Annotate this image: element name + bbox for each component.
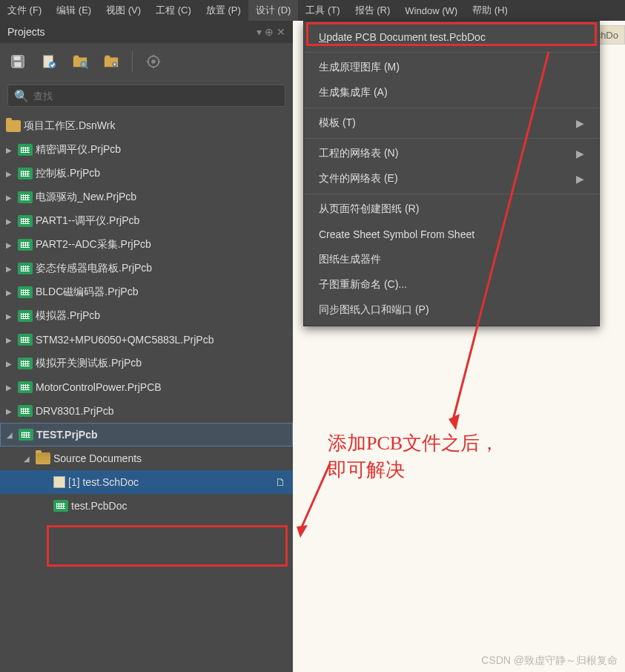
menu-window[interactable]: Window (W) [397, 1, 465, 20]
document-icon: 🗋 [275, 476, 285, 488]
svg-line-6 [85, 66, 87, 68]
menu-sheet-generator[interactable]: 图纸生成器件 [304, 247, 599, 272]
folder-open-icon [36, 452, 50, 464]
menu-create-sheet[interactable]: 从页面符创建图纸 (R) [304, 197, 599, 222]
panel-controls[interactable]: ▾ ⊕ ✕ [257, 26, 285, 38]
pcb-project-icon [18, 358, 33, 369]
project-row[interactable]: ▶STM32+MPU6050+QMC5883L.PrjPcb [0, 328, 293, 352]
search-input[interactable] [33, 90, 279, 102]
menu-gen-schlib[interactable]: 生成原理图库 (M) [304, 55, 599, 80]
search-icon: 🔍 [14, 89, 29, 103]
projects-panel: Projects ▾ ⊕ ✕ 🔍 项目工作区.DsnWrk ▶精密调平仪.Prj… [0, 21, 293, 672]
collapse-arrow-icon[interactable]: ▶ [6, 407, 15, 415]
collapse-arrow-icon[interactable]: ▶ [6, 312, 15, 320]
svg-point-8 [113, 63, 116, 65]
menu-gen-intlib[interactable]: 生成集成库 (A) [304, 80, 599, 105]
project-row[interactable]: ▶精密调平仪.PrjPcb [0, 138, 293, 162]
expand-arrow-icon[interactable]: ◢ [7, 431, 16, 439]
project-row[interactable]: ▶模拟器.PrjPcb [0, 304, 293, 328]
panel-toolbar [0, 43, 293, 80]
menubar: 文件 (F) 编辑 (E) 视图 (V) 工程 (C) 放置 (P) 设计 (D… [0, 0, 625, 21]
menu-tools[interactable]: 工具 (T) [298, 0, 347, 21]
project-label: TEST.PrjPcb [36, 429, 292, 441]
menu-template[interactable]: 模板 (T)▶ [304, 111, 599, 136]
pcb-project-icon [18, 286, 33, 298]
collapse-arrow-icon[interactable]: ▶ [6, 241, 15, 249]
menu-place[interactable]: 放置 (P) [199, 0, 248, 21]
project-row[interactable]: ▶PART1--调平仪.PrjPcb [0, 209, 293, 233]
workspace-row[interactable]: 项目工作区.DsnWrk [0, 114, 293, 138]
collapse-arrow-icon[interactable]: ▶ [6, 265, 15, 273]
project-row[interactable]: ▶MotorControlPower.PrjPCB [0, 375, 293, 399]
design-menu-dropdown: Update PCB Document test.PcbDoc 生成原理图库 (… [303, 21, 600, 326]
collapse-arrow-icon[interactable]: ▶ [6, 170, 15, 178]
collapse-arrow-icon[interactable]: ▶ [6, 194, 15, 202]
collapse-arrow-icon[interactable]: ▶ [6, 383, 15, 392]
collapse-arrow-icon[interactable]: ▶ [6, 289, 15, 297]
collapse-arrow-icon[interactable]: ▶ [6, 217, 15, 225]
menu-create-symbol[interactable]: Create Sheet Symbol From Sheet [304, 222, 599, 247]
collapse-arrow-icon[interactable]: ▶ [6, 146, 15, 154]
project-label: 姿态传感器电路板.PrjPcb [36, 262, 293, 275]
project-tree: 项目工作区.DsnWrk ▶精密调平仪.PrjPcb ▶控制板.PrjPcb ▶… [0, 111, 293, 672]
save-icon[interactable] [7, 51, 28, 72]
project-row-active[interactable]: ◢TEST.PrjPcb [0, 423, 293, 447]
source-file-row[interactable]: [1] test.SchDoc🗋 [0, 470, 293, 494]
project-row[interactable]: ▶BLDC磁编码器.PrjPcb [0, 280, 293, 304]
menu-rename-child[interactable]: 子图重新命名 (C)... [304, 272, 599, 297]
submenu-arrow-icon: ▶ [576, 117, 584, 129]
file-label: [1] test.SchDoc [68, 476, 272, 488]
gear-icon[interactable] [143, 51, 164, 72]
svg-point-4 [49, 62, 56, 68]
folder-settings-icon[interactable] [101, 51, 122, 72]
file-label: test.PcbDoc [71, 500, 293, 512]
schematic-icon [53, 476, 65, 488]
menu-update-pcb[interactable]: Update PCB Document test.PcbDoc [304, 24, 599, 50]
collapse-arrow-icon[interactable]: ▶ [6, 336, 15, 344]
project-row[interactable]: ▶模拟开关测试板.PrjPcb [0, 352, 293, 375]
project-row[interactable]: ▶PART2--ADC采集.PrjPcb [0, 233, 293, 257]
menu-report[interactable]: 报告 (R) [348, 0, 398, 21]
project-label: STM32+MPU6050+QMC5883L.PrjPcb [36, 334, 293, 346]
menu-help[interactable]: 帮助 (H) [465, 0, 515, 21]
annotation-text: 添加PCB文件之后， 即可解决 [328, 430, 499, 484]
project-label: 模拟开关测试板.PrjPcb [36, 357, 293, 370]
menu-view[interactable]: 视图 (V) [99, 0, 148, 21]
pcb-project-icon [18, 239, 33, 251]
folder-icon [6, 120, 21, 132]
open-folder-icon[interactable] [70, 51, 90, 72]
pcb-project-icon [18, 405, 33, 417]
project-row[interactable]: ▶DRV8301.PrjPcb [0, 399, 293, 423]
project-row[interactable]: ▶电源驱动_New.PrjPcb [0, 185, 293, 209]
collapse-arrow-icon[interactable]: ▶ [6, 360, 15, 368]
svg-point-10 [151, 59, 156, 64]
search-bar[interactable]: 🔍 [7, 85, 285, 107]
expand-arrow-icon[interactable]: ◢ [24, 455, 33, 463]
menu-sync-ports[interactable]: 同步图纸入口和端口 (P) [304, 297, 599, 323]
menu-file-netlist[interactable]: 文件的网络表 (E)▶ [304, 166, 599, 191]
compile-icon[interactable] [39, 51, 59, 72]
menu-design[interactable]: 设计 (D) [248, 0, 299, 21]
menu-edit[interactable]: 编辑 (E) [49, 0, 99, 21]
pcb-project-icon [18, 144, 33, 156]
pcb-project-icon [18, 310, 33, 322]
menu-project-netlist[interactable]: 工程的网络表 (N)▶ [304, 141, 599, 166]
source-folder-row[interactable]: ◢Source Documents [0, 447, 293, 470]
pcb-project-icon [18, 168, 33, 179]
menu-project[interactable]: 工程 (C) [148, 0, 199, 21]
project-row[interactable]: ▶控制板.PrjPcb [0, 162, 293, 185]
pcb-project-icon [18, 334, 33, 346]
workspace-label: 项目工作区.DsnWrk [24, 119, 293, 133]
submenu-arrow-icon: ▶ [576, 148, 584, 159]
svg-rect-2 [14, 62, 21, 67]
source-file-row[interactable]: test.PcbDoc [0, 494, 293, 518]
svg-rect-1 [14, 56, 21, 61]
pcb-doc-icon [53, 500, 68, 512]
project-row[interactable]: ▶姿态传感器电路板.PrjPcb [0, 257, 293, 280]
project-label: MotorControlPower.PrjPCB [36, 381, 293, 393]
pcb-project-icon [18, 191, 33, 203]
pcb-project-icon [18, 263, 33, 274]
panel-title: Projects [7, 26, 45, 38]
project-label: PART1--调平仪.PrjPcb [36, 214, 293, 228]
menu-file[interactable]: 文件 (F) [0, 0, 49, 21]
